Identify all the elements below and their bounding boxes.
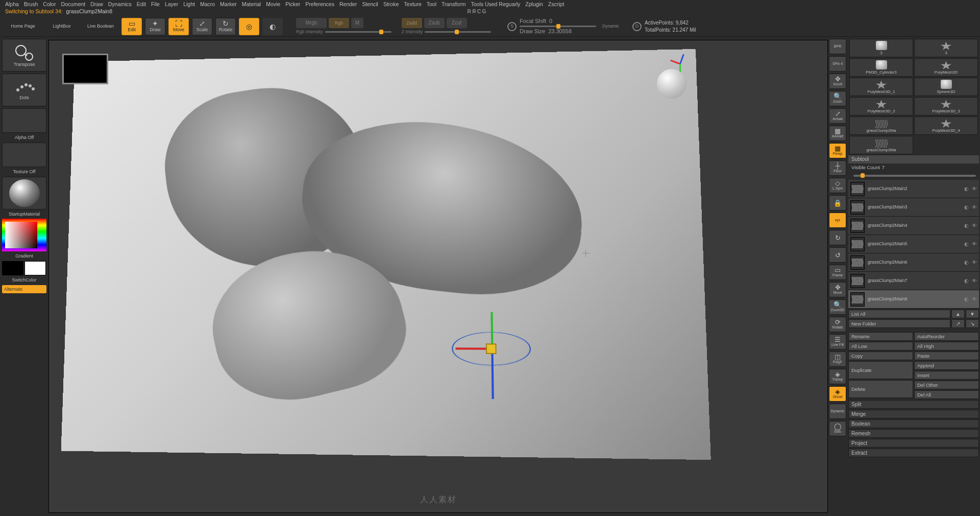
alpha-button[interactable] — [2, 108, 46, 133]
menu-dynamics[interactable]: Dynamics — [108, 1, 132, 7]
menu-document[interactable]: Document — [61, 1, 85, 7]
dynamic-label[interactable]: Dynamic — [602, 24, 619, 29]
project-section[interactable]: Project — [848, 439, 979, 448]
viewtool-spix[interactable]: SPix 4 — [829, 56, 846, 72]
menu-zplugin[interactable]: Zplugin — [525, 1, 543, 7]
sculptris-button[interactable]: ◐ — [262, 18, 283, 35]
menu-texture[interactable]: Texture — [404, 1, 421, 7]
folder-up-button[interactable]: ↗ — [951, 319, 965, 328]
boolean-section[interactable]: Boolean — [848, 419, 979, 428]
viewtool-dynamic[interactable]: Dynamic — [829, 404, 846, 419]
viewtool-aahalf[interactable]: ▦AAHalf — [829, 126, 846, 141]
visible-count-slider[interactable] — [853, 175, 976, 177]
viewtool-polyf[interactable]: ◫PolyF — [829, 351, 846, 367]
gizmo-button[interactable]: ◎ — [239, 18, 259, 35]
tool-thumb-8[interactable]: grassClump2Ma — [849, 116, 913, 135]
viewtool-lock[interactable]: 🔒 — [829, 195, 846, 210]
zcut-button[interactable]: Zcut — [447, 18, 467, 28]
subtool-header[interactable]: Subtool — [848, 155, 979, 163]
menu-layer[interactable]: Layer — [165, 1, 178, 7]
menu-stroke[interactable]: Stroke — [383, 1, 399, 7]
menu-color[interactable]: Color — [43, 1, 56, 7]
viewport[interactable]: 人人素材 — [48, 40, 828, 513]
copy-button[interactable]: Copy — [848, 351, 913, 360]
append-button[interactable]: Append — [914, 361, 979, 370]
edit-mode-button[interactable]: ▭Edit — [121, 18, 142, 35]
transpose-brush-button[interactable]: Transpose — [2, 39, 46, 72]
merge-section[interactable]: Merge — [848, 410, 979, 418]
zsub-button[interactable]: Zsub — [424, 18, 445, 28]
swatch-main[interactable] — [2, 261, 23, 275]
subtool-toggles[interactable]: ◐👁 — [964, 186, 977, 192]
viewtool-lsym[interactable]: ◇L.Sym — [829, 178, 846, 193]
menu-render[interactable]: Render — [339, 1, 357, 7]
insert-button[interactable]: Insert — [914, 371, 979, 380]
viewtool-persp[interactable]: ▦Persp — [829, 143, 846, 158]
remesh-section[interactable]: Remesh — [848, 429, 979, 438]
zadd-button[interactable]: Zadd — [402, 18, 422, 28]
menu-light[interactable]: Light — [183, 1, 195, 7]
menu-stencil[interactable]: Stencil — [362, 1, 378, 7]
subtool-toggles[interactable]: ◐👁 — [964, 204, 977, 210]
subtool-row[interactable]: grassClump2Main8◐👁 — [848, 290, 979, 309]
tool-thumb-6[interactable]: PolyMesh3D_2 — [849, 97, 913, 115]
subtool-row[interactable]: grassClump2Main3◐👁 — [848, 198, 979, 217]
alternate-button[interactable]: Alternate — [2, 285, 46, 293]
delete-button[interactable]: Delete — [848, 380, 913, 398]
del-all-button[interactable]: Del All — [914, 390, 979, 399]
move-mode-button[interactable]: ⛶Move — [168, 18, 189, 35]
viewtool-solo[interactable]: ◯Solo — [829, 421, 846, 436]
menu-material[interactable]: Material — [242, 1, 261, 7]
rgb-intensity-slider[interactable] — [325, 31, 391, 33]
viewtool-spin1[interactable]: ↻ — [829, 230, 846, 245]
color-picker[interactable] — [2, 219, 46, 251]
rotate-mode-button[interactable]: ↻Rotate — [215, 18, 236, 35]
draw-mode-button[interactable]: ✦Draw — [145, 18, 165, 35]
subtool-row[interactable]: grassClump2Main4◐👁 — [848, 217, 979, 235]
tool-thumb-5[interactable]: Sphere3D — [914, 78, 978, 96]
viewtool-actual[interactable]: ⤢Actual — [829, 108, 846, 124]
subtool-row[interactable]: grassClump2Main6◐👁 — [848, 253, 979, 272]
menu-macro[interactable]: Macro — [200, 1, 215, 7]
gizmo-center-icon[interactable] — [486, 343, 497, 354]
subtool-toggles[interactable]: ◐👁 — [964, 260, 977, 266]
subtool-row[interactable]: grassClump2Main7◐👁 — [848, 272, 979, 290]
viewtool-frame[interactable]: ▭Frame — [829, 265, 846, 280]
viewtool-move[interactable]: ✥Move — [829, 282, 846, 297]
menu-transform[interactable]: Transform — [442, 1, 465, 7]
subtool-row[interactable]: grassClump2Main2◐👁 — [848, 180, 979, 198]
rename-button[interactable]: Rename — [848, 332, 913, 341]
viewtool-transp[interactable]: ◈Transp — [829, 369, 846, 384]
menu-draw[interactable]: Draw — [90, 1, 103, 7]
all-high-button[interactable]: All High — [914, 342, 979, 350]
live-boolean-button[interactable]: Live Boolean — [83, 18, 118, 35]
menu-marker[interactable]: Marker — [220, 1, 237, 7]
viewtool-bpr[interactable]: BPR — [829, 39, 846, 54]
transform-gizmo[interactable] — [441, 299, 542, 400]
menu-edit[interactable]: Edit — [137, 1, 146, 7]
duplicate-button[interactable]: Duplicate — [848, 361, 913, 379]
tool-thumb-7[interactable]: PolyMesh3D_3 — [914, 97, 978, 115]
paste-button[interactable]: Paste — [914, 351, 979, 360]
viewtool-linefill[interactable]: ☰Line Fill — [829, 334, 846, 349]
split-section[interactable]: Split — [848, 400, 979, 409]
viewtool-ghost[interactable]: ◈Ghost — [829, 386, 846, 402]
subtool-toggles[interactable]: ◐👁 — [964, 241, 977, 247]
viewtool-xyz[interactable]: xyz — [829, 213, 846, 228]
focal-shift-slider[interactable] — [520, 26, 596, 27]
menu-picker[interactable]: Picker — [285, 1, 300, 7]
z-intensity-slider[interactable] — [425, 31, 491, 33]
menu-brush[interactable]: Brush — [24, 1, 38, 7]
del-other-button[interactable]: Del Other — [914, 381, 979, 389]
tool-thumb-9[interactable]: PolyMesh3D_4 — [914, 116, 978, 135]
tool-thumb-2[interactable]: PM3D_Cylinder3 — [849, 58, 913, 77]
subtool-toggles[interactable]: ◐👁 — [964, 296, 977, 302]
swatch-secondary[interactable] — [24, 261, 46, 275]
move-down-button[interactable]: ▼ — [966, 310, 979, 318]
menu-tools-used-reguarly[interactable]: Tools Used Reguarly — [471, 1, 520, 7]
subtool-row[interactable]: grassClump2Main5◐👁 — [848, 235, 979, 253]
m-button[interactable]: M — [351, 18, 363, 28]
tool-thumb-10[interactable]: grassClump3Ma — [849, 136, 913, 154]
lightbox-button[interactable]: LightBox — [44, 18, 80, 35]
viewtool-floor[interactable]: ┼Floor — [829, 160, 846, 176]
